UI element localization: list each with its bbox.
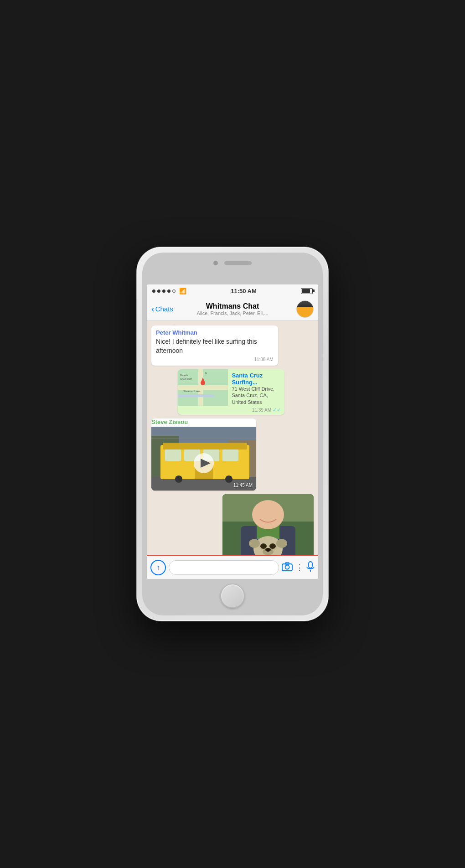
svg-text:Beach: Beach xyxy=(180,374,188,377)
speaker xyxy=(224,261,252,265)
back-button[interactable]: ‹ Chats xyxy=(151,304,192,314)
msg-time-1: 11:38 AM xyxy=(156,357,274,362)
signal-dot-4 xyxy=(167,289,170,293)
sender-steve: Steve Zissou xyxy=(151,418,256,425)
group-avatar[interactable] xyxy=(296,300,314,318)
mic-button[interactable] xyxy=(306,561,315,574)
message-peter-text: Peter Whitman Nice! I definitely feel li… xyxy=(151,326,314,366)
signal-dot-1 xyxy=(152,289,155,293)
input-bar: ↑ ⋮ xyxy=(147,555,318,579)
message-photo: 11:48 PM ✓✓ xyxy=(151,494,314,555)
status-bar: 📶 11:50 AM xyxy=(147,284,318,297)
svg-rect-42 xyxy=(309,562,312,568)
signal-dot-3 xyxy=(162,289,165,293)
svg-rect-2 xyxy=(198,369,203,406)
message-video: Steve Zissou xyxy=(151,418,314,491)
svg-rect-38 xyxy=(222,494,314,555)
chat-subtitle: Alice, Francis, Jack, Peter, Eli,... xyxy=(192,310,273,316)
svg-rect-16 xyxy=(165,450,181,461)
svg-rect-41 xyxy=(285,563,289,564)
location-bubble: Beach Cruz Surf C Steamer Lane Santa Cru… xyxy=(178,369,284,415)
tram-thumbnail: 11:45 AM xyxy=(151,427,256,491)
svg-point-40 xyxy=(285,565,289,569)
svg-rect-19 xyxy=(222,450,238,461)
battery-fill xyxy=(302,289,310,293)
svg-rect-3 xyxy=(178,394,214,397)
status-time: 11:50 AM xyxy=(231,288,257,294)
chat-title: Whitmans Chat xyxy=(192,302,273,310)
location-inner: Beach Cruz Surf C Steamer Lane Santa Cru… xyxy=(178,369,284,415)
back-chevron-icon: ‹ xyxy=(151,304,155,314)
location-text-area: Santa Cruz Surfing... 71 West Cliff Driv… xyxy=(228,369,284,415)
location-time: 11:39 AM ✓✓ xyxy=(232,407,281,413)
battery-icon xyxy=(301,288,313,294)
more-options-button[interactable]: ⋮ xyxy=(295,563,304,573)
message-input[interactable] xyxy=(169,560,279,575)
svg-text:C: C xyxy=(205,372,207,374)
nav-avatar-area xyxy=(273,300,314,318)
double-check-icon: ✓✓ xyxy=(273,407,281,413)
location-address: 71 West Cliff Drive, Santa Cruz, CA, Uni… xyxy=(232,386,281,405)
phone-frame: 📶 11:50 AM ‹ Chats Whitmans Chat Alice, … xyxy=(137,247,328,621)
sender-peter: Peter Whitman xyxy=(156,329,274,336)
phone-inner: 📶 11:50 AM ‹ Chats Whitmans Chat Alice, … xyxy=(142,253,323,615)
svg-rect-15 xyxy=(163,443,247,450)
back-label: Chats xyxy=(155,305,173,313)
location-title: Santa Cruz Surfing... xyxy=(232,372,281,386)
camera-button[interactable] xyxy=(282,562,293,574)
nav-bar: ‹ Chats Whitmans Chat Alice, Francis, Ja… xyxy=(147,297,318,321)
front-camera xyxy=(213,261,218,265)
status-left: 📶 xyxy=(152,288,186,294)
msg-text-1: Nice! I definitely feel like surfing thi… xyxy=(156,337,274,355)
avatar-image xyxy=(297,301,313,317)
send-button[interactable]: ↑ xyxy=(150,560,166,575)
location-map: Beach Cruz Surf C Steamer Lane xyxy=(178,369,228,406)
nav-title-group: Whitmans Chat Alice, Francis, Jack, Pete… xyxy=(192,302,273,316)
pug-photo xyxy=(222,494,314,555)
location-time-val: 11:39 AM xyxy=(252,408,271,413)
svg-point-21 xyxy=(175,475,182,483)
photo-bubble: 11:48 PM ✓✓ xyxy=(222,494,314,555)
svg-point-22 xyxy=(225,475,232,483)
message-location: Beach Cruz Surf C Steamer Lane Santa Cru… xyxy=(151,369,284,415)
screen: 📶 11:50 AM ‹ Chats Whitmans Chat Alice, … xyxy=(147,284,318,579)
bubble-white-1: Peter Whitman Nice! I definitely feel li… xyxy=(151,326,278,366)
chat-area[interactable]: Peter Whitman Nice! I definitely feel li… xyxy=(147,321,318,555)
signal-dot-2 xyxy=(157,289,160,293)
wifi-icon: 📶 xyxy=(179,288,186,294)
svg-text:Cruz Surf: Cruz Surf xyxy=(180,377,192,380)
home-button[interactable] xyxy=(220,584,245,608)
signal-dot-5 xyxy=(172,289,176,293)
send-icon: ↑ xyxy=(156,563,160,572)
svg-text:Steamer Lane: Steamer Lane xyxy=(183,390,201,393)
video-bubble: Steve Zissou xyxy=(151,418,256,491)
video-time: 11:45 AM xyxy=(233,483,253,488)
phone-top-bar xyxy=(213,261,252,265)
